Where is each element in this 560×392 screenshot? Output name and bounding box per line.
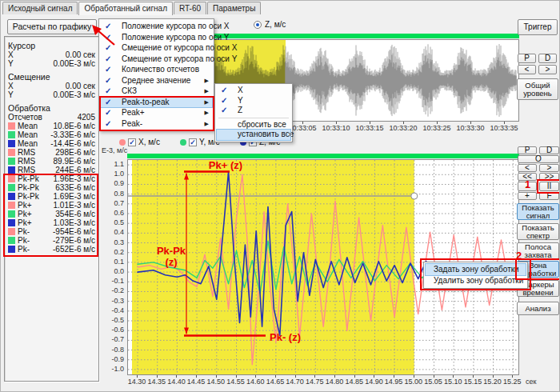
y-unit-label: E-3, м/с (102, 146, 127, 154)
y-tick--0.3: -0.3 (103, 297, 124, 305)
x-tick-14.80: 14.80 (324, 378, 345, 386)
main-d-button[interactable]: D (539, 146, 559, 154)
menu-item-8[interactable]: Peak+✓▶ (101, 107, 212, 118)
axis-submenu: X✓Y✓Z✓ сбросить все установить все (214, 83, 293, 142)
overview-p-button[interactable]: P (518, 54, 536, 63)
submenu-item-z[interactable]: Z✓ (217, 106, 290, 116)
measurement-row-pk--z: Pk--652E-6 м/с (8, 245, 95, 254)
measurement-row-rms-z: RMS244E-6 м/с (8, 166, 95, 174)
x-tick-15.15: 15.15 (462, 378, 483, 386)
menu-item-3[interactable]: Смещение от курсора по оси Y✓ (101, 54, 212, 65)
channel-radio-z[interactable]: Z, м/с (254, 20, 286, 29)
tab-RT-60[interactable]: RT-60 (174, 2, 206, 14)
x-tick-14.95: 14.95 (383, 378, 404, 386)
main-pause-button[interactable]: II (539, 182, 559, 191)
measurement-label: Pk+ (18, 218, 32, 227)
overview-prev-button[interactable]: < (518, 65, 536, 74)
axis-color-swatch-x (8, 149, 15, 156)
menu-item-5[interactable]: Среднее значение✓▶ (101, 75, 212, 86)
pk-pk-axis-label: (z) (165, 256, 177, 268)
axis-color-swatch-z (8, 219, 15, 226)
menu-set-zone[interactable]: Задать зону обработки (426, 264, 526, 275)
measurement-label: Pk- (18, 236, 30, 245)
cursor-y-row: Y 0.00E-3 м/с (8, 59, 95, 68)
tab-Обработанный сигнал[interactable]: Обработанный сигнал (78, 2, 172, 15)
x-tick-14.30: 14.30 (126, 378, 147, 386)
y-tick-0.6: 0.6 (103, 209, 124, 217)
main-o-button[interactable]: O (518, 155, 559, 163)
trigger-button[interactable]: Триггер (518, 19, 558, 35)
main-step-back-button[interactable]: < (518, 164, 537, 172)
legend-item-x: ✓X, м/с (119, 138, 160, 146)
legend-checkbox[interactable]: ✓ (128, 138, 136, 146)
main-p-button[interactable]: P (518, 146, 537, 154)
cursor-y-value: 0.00E-3 м/с (54, 59, 95, 68)
time-label-10:33:25: 10:33:25 (421, 124, 453, 132)
main-page-fwd-button[interactable]: >> (539, 173, 559, 181)
main-f-button[interactable]: F (539, 192, 559, 200)
action-show-spectrum-button[interactable]: Показать спектр (517, 223, 559, 240)
radio-icon[interactable] (254, 21, 262, 29)
menu-item-9[interactable]: Peak-✓▶ (101, 118, 212, 130)
overall-level-button[interactable]: Общий уровень (517, 78, 558, 100)
measurement-value: 10.8E-6 м/с (54, 122, 95, 130)
y-tick-0.9: 0.9 (103, 179, 124, 187)
menu-item-7[interactable]: Peak-to-peak✓▶ (101, 97, 212, 108)
measurement-label: Pk+ (18, 201, 32, 210)
axis-color-swatch-y (8, 237, 15, 244)
legend-dot-icon (119, 139, 126, 146)
submenu-set-all[interactable]: установить все (217, 130, 290, 140)
submenu-separator (218, 118, 289, 118)
measurement-value: 633E-6 м/с (55, 183, 95, 192)
menu-item-1[interactable]: Положение курсора по оси Y✓ (101, 32, 212, 43)
menu-item-2[interactable]: Смещение от курсора по оси X✓ (101, 42, 212, 54)
submenu-reset-all[interactable]: сбросить все (217, 120, 290, 130)
submenu-item-y[interactable]: Y✓ (217, 96, 290, 106)
x-tick-14.70: 14.70 (285, 378, 306, 386)
cursor-y-label: Y (8, 59, 19, 68)
calc-by-graph-button[interactable]: Расчеты по графику (7, 19, 97, 34)
overview-d-button[interactable]: D (538, 54, 557, 63)
pk-minus-label: Pk- (z) (270, 331, 301, 343)
menu-item-0[interactable]: Положение курсора по оси X✓ (101, 21, 212, 32)
menu-delete-zone[interactable]: Удалить зону обработки (426, 275, 526, 286)
x-tick-14.75: 14.75 (304, 378, 325, 386)
y-tick-0.5: 0.5 (103, 218, 124, 226)
measurement-value: -954E-6 м/с (53, 227, 95, 236)
axis-color-swatch-x (8, 228, 15, 235)
y-tick-0.2: 0.2 (103, 248, 124, 256)
pk-pk-label: Pk-Pk (157, 245, 186, 257)
measurement-value: 354E-6 м/с (55, 210, 95, 218)
x-tick-14.60: 14.60 (245, 378, 266, 386)
check-icon: ✓ (105, 75, 111, 86)
y-tick-0.0: 0.0 (103, 267, 124, 275)
y-tick--1.0: -1.0 (103, 365, 124, 373)
x-tick-14.40: 14.40 (166, 378, 186, 386)
measurement-value: 244E-6 м/с (55, 166, 95, 174)
y-tick-0.3: 0.3 (103, 238, 124, 246)
overview-next-button[interactable]: > (538, 65, 557, 74)
menu-item-4[interactable]: Количество отсчетов✓ (101, 64, 212, 75)
y-tick-1.1: 1.1 (103, 160, 124, 168)
action-capture-band-button[interactable]: Полоса захвата (517, 242, 559, 259)
tab-Исходный сигнал[interactable]: Исходный сигнал (2, 2, 78, 14)
measurement-row-rms-x: RMS298E-6 м/с (8, 148, 95, 157)
action-analysis-button[interactable]: Анализ (517, 302, 559, 315)
y-tick--0.1: -0.1 (103, 277, 124, 285)
menu-item-6[interactable]: СКЗ✓▶ (101, 86, 212, 97)
submenu-item-x[interactable]: X✓ (217, 86, 290, 96)
measurement-row-pk-pk-x: Pk-Pk1.96E-3 м/с (8, 174, 95, 183)
measurement-value: -279E-6 м/с (53, 236, 95, 245)
legend-checkbox[interactable]: ✓ (189, 138, 197, 146)
axis-color-swatch-x (8, 122, 15, 130)
main-status-bar (127, 154, 519, 158)
main-step-fwd-button[interactable]: > (539, 164, 559, 172)
legend-dot-icon (180, 139, 186, 146)
processing-rows: Mean10.8E-6 м/сMean-3.33E-6 м/сMean-14.4… (8, 122, 95, 254)
main-plus-button[interactable]: + (518, 192, 537, 200)
measurement-row-pk--y: Pk--279E-6 м/с (8, 236, 95, 245)
action-show-signal-button[interactable]: Показать сигнал (517, 203, 559, 220)
measurement-label: Pk-Pk (18, 174, 39, 183)
y-tick--0.6: -0.6 (103, 326, 124, 334)
tab-Параметры[interactable]: Параметры (207, 2, 261, 14)
